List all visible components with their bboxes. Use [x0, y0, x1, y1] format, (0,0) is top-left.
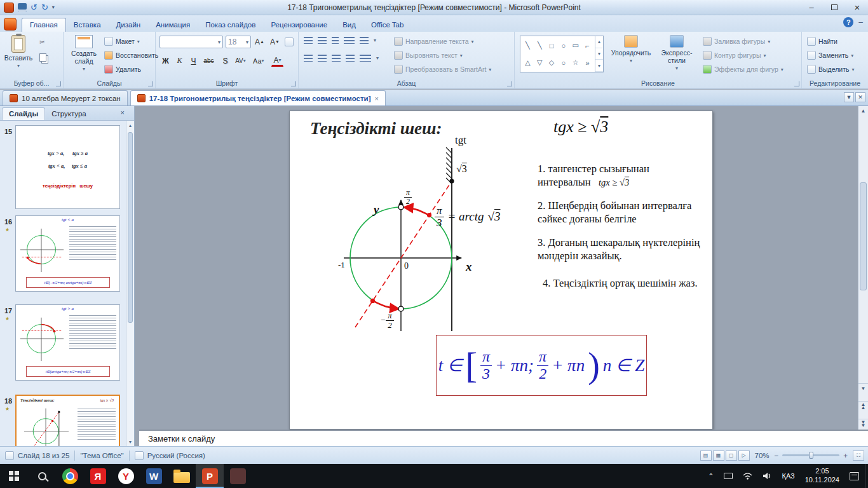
columns-icon[interactable]: [360, 55, 371, 62]
editor-scrollbar[interactable]: ▲ ▼ ▲▲ ▼▼: [858, 106, 868, 430]
convert-smartart-button[interactable]: Преобразовать в SmartArt▾: [394, 65, 491, 74]
shape-fill-button[interactable]: Заливка фигуры▾: [703, 37, 770, 46]
bold-button[interactable]: Ж: [159, 55, 172, 67]
taskbar-app-yandex[interactable]: Y: [112, 464, 140, 488]
new-slide-button[interactable]: Создать слайд▾: [66, 35, 102, 72]
normal-view-button[interactable]: ▤: [700, 451, 712, 461]
search-button[interactable]: [28, 464, 56, 488]
doctab-dropdown-button[interactable]: ▼: [844, 92, 854, 102]
slide-17-thumbnail[interactable]: tgt > a t∈(arctga+πn; π/2+πn) n∈Z: [15, 304, 120, 381]
network-tray-icon[interactable]: [738, 464, 757, 488]
tab-office-tab[interactable]: Office Tab: [363, 18, 411, 32]
clock[interactable]: 2:05 10.11.2024: [801, 464, 844, 488]
close-button[interactable]: ×: [849, 1, 865, 13]
panel-scroll-thumb[interactable]: [128, 132, 133, 323]
taskbar-app-chrome[interactable]: [56, 464, 84, 488]
doc-tab-2-active[interactable]: 17-18 Тригонометрилық теңсіздіктер [Режи…: [130, 90, 386, 105]
underline-button[interactable]: Ч: [187, 55, 200, 67]
font-color-button[interactable]: А▾: [271, 55, 283, 67]
tab-slideshow[interactable]: Показ слайдов: [198, 18, 263, 32]
reset-button[interactable]: Восстановить: [104, 51, 158, 60]
zoom-slider-thumb[interactable]: [809, 452, 813, 459]
paste-button[interactable]: Вставить▾: [4, 35, 33, 69]
tab-insert[interactable]: Вставка: [66, 18, 109, 32]
scroll-up-icon[interactable]: ▲: [858, 106, 868, 117]
panel-scroll-up-icon[interactable]: ▲: [126, 121, 134, 130]
slide-16-thumbnail[interactable]: tgt < a t∈(−π/2+πn; arctga+πn) n∈Z: [15, 215, 120, 292]
zoom-in-icon[interactable]: +: [843, 452, 848, 459]
italic-button[interactable]: К: [173, 55, 186, 67]
cut-button[interactable]: ✂: [39, 38, 45, 46]
shrink-font-button[interactable]: А▼: [269, 36, 281, 48]
grow-font-button[interactable]: А▲: [254, 36, 266, 48]
bullets-icon[interactable]: [304, 37, 313, 44]
panel-scroll-down-icon[interactable]: ▼: [126, 437, 134, 446]
font-name-combo[interactable]: ▾: [159, 36, 223, 48]
minimize-ribbon-icon[interactable]: –: [858, 18, 863, 27]
zoom-percentage[interactable]: 70%: [755, 452, 770, 459]
office-button[interactable]: [4, 18, 17, 30]
text-shadow-button[interactable]: S: [219, 55, 231, 67]
scroll-down-icon[interactable]: ▼: [858, 383, 868, 394]
decrease-indent-icon[interactable]: [332, 37, 339, 44]
drawing-dialog-launcher[interactable]: [794, 81, 799, 86]
slide-15-thumbnail[interactable]: tgx > a, tgx ≥ a tgx < a, tgx ≤ a теңсіз…: [15, 125, 120, 209]
clipboard-dialog-launcher[interactable]: [56, 81, 61, 86]
taskbar-app-word[interactable]: W: [140, 464, 168, 488]
tab-animation[interactable]: Анимация: [148, 18, 198, 32]
find-button[interactable]: Найти: [807, 37, 837, 46]
help-icon[interactable]: ?: [843, 17, 853, 27]
keyboard-language-button[interactable]: ҚАЗ: [777, 464, 799, 488]
numbering-icon[interactable]: [318, 37, 327, 44]
paragraph-dialog-launcher[interactable]: [507, 81, 512, 86]
next-slide-button[interactable]: ▼▼: [858, 419, 868, 430]
display-tray-icon[interactable]: [719, 464, 737, 488]
zoom-out-icon[interactable]: −: [775, 452, 779, 459]
align-center-icon[interactable]: [318, 55, 327, 62]
taskbar-app-explorer[interactable]: [168, 464, 196, 488]
scroll-thumb[interactable]: [860, 182, 867, 290]
align-left-icon[interactable]: [304, 55, 313, 62]
tab-design[interactable]: Дизайн: [109, 18, 149, 32]
quick-styles-button[interactable]: Экспресс-стили▾: [656, 35, 698, 71]
panel-tab-outline[interactable]: Структура: [45, 108, 93, 120]
panel-scrollbar[interactable]: ▲ ▼: [126, 121, 134, 446]
delete-slide-button[interactable]: Удалить: [104, 65, 141, 74]
font-size-combo[interactable]: 18▾: [226, 36, 251, 48]
slide-canvas[interactable]: Теңсіздікті шеш: tgx ≥ √3 tgt √3 y x π2 …: [289, 111, 713, 430]
step-4[interactable]: 4. Теңсіздіктің ортақ шешімін жаз.: [543, 276, 713, 290]
select-button[interactable]: Выделить▾: [807, 65, 854, 74]
align-right-icon[interactable]: [332, 55, 341, 62]
panel-close-icon[interactable]: ×: [121, 109, 125, 116]
minimize-button[interactable]: –: [803, 1, 820, 13]
answer-formula-box[interactable]: t ∈ [ π3 + πn; π2 + πn ) n ∈ Z: [436, 335, 647, 396]
slideshow-view-button[interactable]: ▷: [738, 451, 750, 461]
slide-inequality[interactable]: tgx ≥ √3: [553, 118, 608, 137]
justify-icon[interactable]: [346, 55, 355, 62]
step-3[interactable]: 3. Доғаның шекаралық нүктелерінің мәндер…: [538, 236, 708, 262]
zoom-slider[interactable]: [782, 454, 839, 456]
maximize-button[interactable]: [826, 1, 843, 13]
tab-review[interactable]: Рецензирование: [263, 18, 335, 32]
replace-button[interactable]: Заменить▾: [807, 51, 853, 60]
slides-dialog-launcher[interactable]: [148, 81, 153, 86]
shape-outline-button[interactable]: Контур фигуры▾: [703, 51, 766, 60]
volume-tray-icon[interactable]: [758, 464, 776, 488]
fit-to-window-button[interactable]: ⛶: [853, 451, 864, 461]
reading-view-button[interactable]: ▢: [726, 451, 737, 461]
panel-tab-slides[interactable]: Слайды: [2, 107, 45, 120]
language-status[interactable]: Русский (Россия): [147, 452, 205, 459]
line-spacing-icon[interactable]: [360, 37, 369, 44]
strikethrough-button[interactable]: abc: [203, 55, 215, 67]
clear-formatting-button[interactable]: [283, 36, 295, 48]
slide-sorter-view-button[interactable]: ▦: [713, 451, 724, 461]
notes-pane[interactable]: Заметки к слайду: [139, 430, 868, 446]
taskbar-app-presentation[interactable]: [224, 464, 252, 488]
hidden-icons-button[interactable]: ⌃: [703, 464, 718, 488]
layout-button[interactable]: Макет▾: [104, 37, 140, 46]
start-button[interactable]: [0, 464, 28, 488]
taskbar-app-yandex-browser[interactable]: Я: [84, 464, 112, 488]
slide-18-thumbnail-selected[interactable]: Теңсіздікті шеш: tgx ≥ √3: [15, 395, 120, 446]
arrange-button[interactable]: Упорядочить▾: [609, 35, 653, 64]
doc-tab-1[interactable]: 10 алгебра Меруерт 2 токсан: [3, 90, 128, 105]
